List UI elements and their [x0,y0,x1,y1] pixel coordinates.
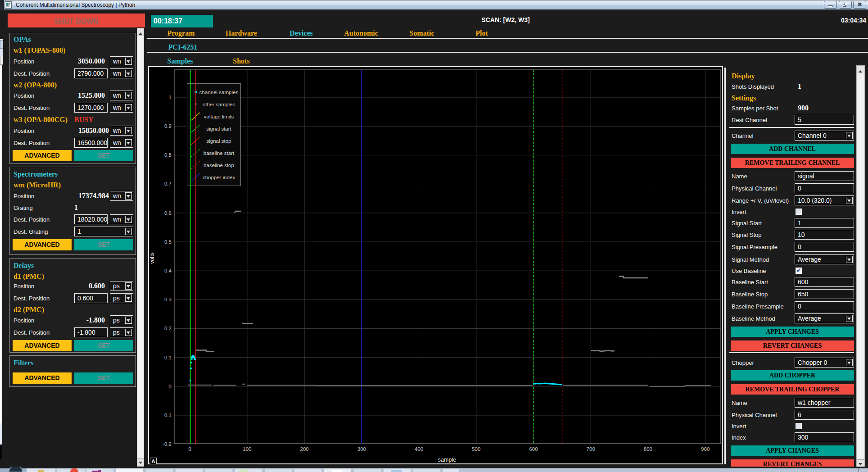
svg-text:0.3: 0.3 [164,297,172,302]
svg-text:0: 0 [169,384,172,389]
svg-text:0.1: 0.1 [164,355,172,360]
svg-text:0.5: 0.5 [164,239,172,245]
svg-text:500: 500 [472,446,480,452]
svg-text:signal stop: signal stop [207,138,231,144]
svg-text:sample: sample [438,457,456,463]
svg-text:200: 200 [300,446,309,452]
svg-text:channel samples: channel samples [199,90,239,95]
svg-text:800: 800 [644,446,652,452]
svg-text:voltage limits: voltage limits [204,114,234,119]
svg-text:0.9: 0.9 [164,123,172,129]
svg-text:900: 900 [701,446,710,452]
svg-text:-0.2: -0.2 [163,441,172,447]
svg-text:0.4: 0.4 [164,268,172,273]
svg-text:300: 300 [357,446,366,452]
svg-text:chopper index: chopper index [203,175,235,180]
svg-text:baseline stop: baseline stop [203,163,234,168]
svg-text:700: 700 [587,446,595,452]
svg-text:-0.1: -0.1 [163,413,172,418]
svg-text:volts: volts [149,252,155,264]
svg-text:other samples: other samples [203,102,235,107]
svg-text:A: A [152,458,155,464]
svg-text:1: 1 [169,95,172,100]
svg-text:100: 100 [243,446,251,452]
svg-text:0: 0 [188,446,191,452]
svg-text:400: 400 [415,446,423,452]
svg-text:0.2: 0.2 [164,326,172,331]
svg-text:0.6: 0.6 [164,210,172,216]
svg-text:signal start: signal start [206,126,231,132]
svg-text:0.7: 0.7 [164,181,172,186]
svg-text:0.8: 0.8 [164,152,172,158]
svg-text:600: 600 [529,446,538,452]
svg-text:baseline start: baseline start [203,150,235,156]
